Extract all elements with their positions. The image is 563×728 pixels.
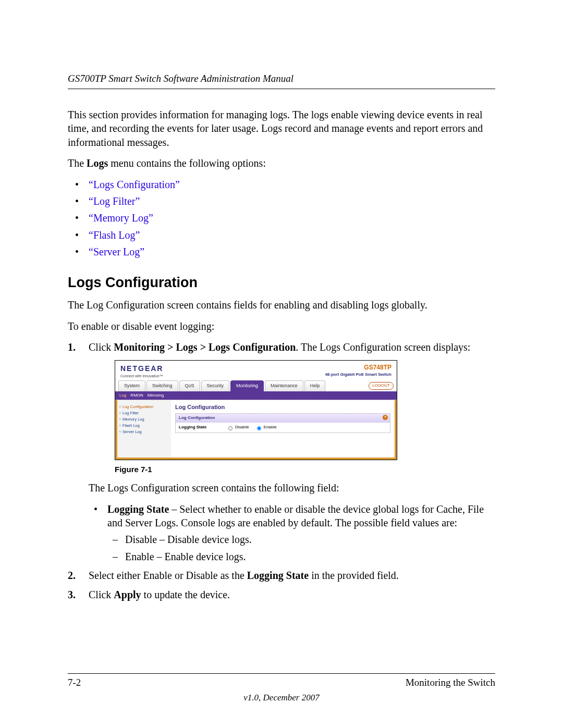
section-heading: Logs Configuration [68,274,495,292]
value-disable: Disable – Disable device logs. [107,533,495,546]
chapter-title: Monitoring the Switch [406,677,495,688]
steps-list: Click Monitoring > Logs > Logs Configura… [68,340,495,601]
menu-intro: The Logs menu contains the following opt… [68,156,495,170]
side-log-configuration[interactable]: Log Configuration [119,404,169,410]
field-logging-state: Logging State – Select whether to enable… [89,502,495,564]
screenshot-figure: NETGEAR Connect with Innovation™ GS748TP… [115,360,397,460]
text: to update the device. [141,589,230,600]
xref-memory-log[interactable]: “Memory Log” [89,212,153,224]
row-label: Logging State [179,425,221,430]
tab-switching[interactable]: Switching [146,380,178,391]
section-p1: The Log Configuration screen contains fi… [68,298,495,312]
tab-maintenance[interactable]: Maintenance [265,380,303,391]
bold: Logging State [247,570,309,581]
help-icon[interactable]: ? [383,415,388,420]
page-number: 7-2 [68,677,81,688]
sub-tabs: Log RMON Mirroring [115,391,397,400]
page-header: GS700TP Smart Switch Software Administra… [68,73,495,89]
model-number: GS748TP [325,364,391,372]
main-tabs: System Switching QoS Security Monitoring… [115,380,397,391]
tab-help[interactable]: Help [304,380,326,391]
xref-logs-configuration[interactable]: “Logs Configuration” [89,179,180,190]
radio-enable-label: Enable [264,425,277,430]
radio-disable[interactable]: Disable [226,425,249,430]
text: Select either Enable or Disable as the [89,570,247,581]
tab-qos[interactable]: QoS [179,380,200,391]
subtab-log[interactable]: Log [119,393,126,399]
side-nav: Log Configuration Log Filter Memory Log … [117,400,171,458]
panel-title: Log Configuration [179,415,215,420]
logout-button[interactable]: LOGOUT [369,382,394,390]
side-flash-log[interactable]: Flash Log [119,423,169,428]
version-line: v1.0, December 2007 [0,693,563,703]
fields-intro: The Logs Configuration screen contains t… [89,481,495,495]
step-3: Click Apply to update the device. [68,588,495,601]
radio-enable[interactable]: Enable [254,425,277,430]
logs-word: Logs [87,157,108,169]
xref-log-filter[interactable]: “Log Filter” [89,195,140,207]
panel-header: Log Configuration ? [176,414,390,423]
model-desc: 48-port Gigabit PoE Smart Switch [325,372,391,378]
brand-logo: NETGEAR [120,364,163,373]
text: Click [89,341,114,353]
text: The [68,157,87,169]
field-list: Logging State – Select whether to enable… [89,502,495,564]
subtab-mirroring[interactable]: Mirroring [148,393,164,399]
text: . The Logs Configuration screen displays… [296,341,470,353]
radio-disable-input[interactable] [228,426,232,430]
subtab-rmon[interactable]: RMON [130,393,143,399]
radio-enable-input[interactable] [257,426,261,430]
value-enable: Enable – Enable device logs. [107,550,495,563]
side-server-log[interactable]: Server Log [119,429,169,435]
xref-list: “Logs Configuration” “Log Filter” “Memor… [68,178,495,259]
section-p2: To enable or disable event logging: [68,319,495,333]
intro-paragraph: This section provides information for ma… [68,108,495,149]
side-memory-log[interactable]: Memory Log [119,417,169,422]
text: menu contains the following options: [108,157,266,169]
logging-state-row: Logging State Disable Enable [176,423,390,433]
tab-monitoring[interactable]: Monitoring [230,380,264,391]
config-panel: Log Configuration ? Logging State Disabl… [175,413,390,433]
bold: Apply [114,589,141,600]
figure-caption: Figure 7-1 [115,464,495,475]
nav-path: Monitoring > Logs > Logs Configuration [114,341,296,353]
brand-tagline: Connect with Innovation™ [120,374,163,378]
page-footer: 7-2 Monitoring the Switch [68,673,495,688]
tab-system[interactable]: System [118,380,145,391]
step-1: Click Monitoring > Logs > Logs Configura… [68,340,495,563]
radio-disable-label: Disable [235,425,249,430]
side-log-filter[interactable]: Log Filter [119,411,169,416]
tab-security[interactable]: Security [201,380,230,391]
text: in the provided field. [309,570,399,581]
panel-page-title: Log Configuration [175,403,390,411]
field-name: Logging State [107,503,169,515]
xref-flash-log[interactable]: “Flash Log” [89,229,140,241]
xref-server-log[interactable]: “Server Log” [89,246,144,257]
text: Click [89,589,114,600]
step-2: Select either Enable or Disable as the L… [68,569,495,582]
